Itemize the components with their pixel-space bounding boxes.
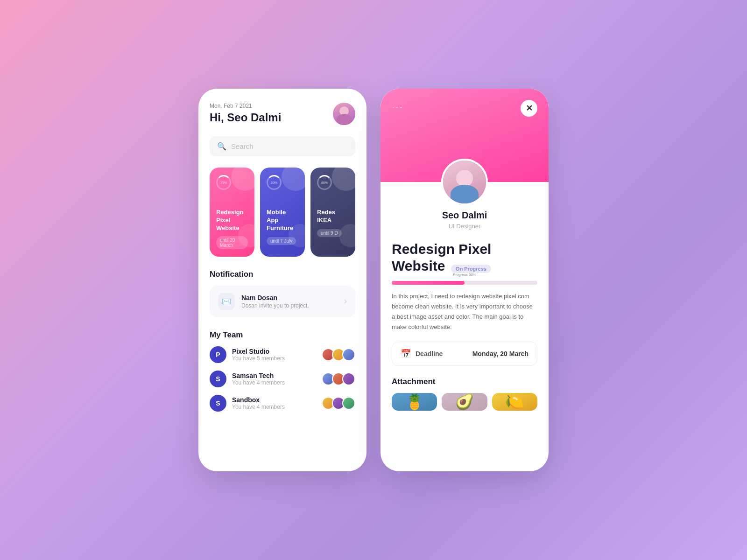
- team-icon-3: S: [210, 395, 226, 412]
- project-card-3[interactable]: 80% Redes IKEA until 9 D: [310, 168, 355, 257]
- card-progress-circle: 80%: [317, 175, 332, 190]
- calendar-icon: 📅: [401, 349, 411, 359]
- card-blob: [231, 168, 254, 191]
- card-blob: [282, 168, 305, 191]
- notification-card[interactable]: ✉️ Nam Dosan Dosan invite you to project…: [210, 286, 355, 317]
- chevron-right-icon: ›: [344, 296, 347, 306]
- right-phone: ··· ✕ Seo Dalmi UI Designer Redesign Pix…: [381, 89, 549, 471]
- project-description: In this project, I need to redesign webs…: [392, 291, 537, 332]
- phones-container: Mon, Feb 7 2021 Hi, Seo Dalmi 🔍 Search 7…: [198, 89, 549, 471]
- project-title-section: Redesign Pixel Website On Progress: [392, 241, 537, 274]
- mail-icon: ✉️: [222, 297, 231, 306]
- menu-dots-icon[interactable]: ···: [392, 102, 404, 112]
- team-info-2: Samsan Tech You have 4 members: [232, 372, 319, 386]
- progress-bar-fill: [392, 281, 465, 285]
- profile-avatar-image: [443, 161, 486, 203]
- team-icon-1: P: [210, 346, 226, 363]
- profile-name: Seo Dalmi: [392, 210, 537, 221]
- card-blob2: [339, 224, 355, 247]
- notification-sender: Nam Dosan: [241, 294, 338, 301]
- team-item-3[interactable]: S Sandbox You have 4 members: [210, 395, 355, 412]
- team-name-1: Pixel Studio: [232, 348, 319, 355]
- attachment-image-1[interactable]: 🍍: [392, 393, 437, 411]
- attachment-title: Attachment: [392, 377, 537, 386]
- right-phone-header: ··· ✕: [381, 89, 549, 182]
- team-list: P Pixel Studio You have 5 members S Sams…: [210, 346, 355, 412]
- deadline-label: Deadline: [416, 350, 443, 357]
- team-icon-2: S: [210, 371, 226, 387]
- profile-name-section: Seo Dalmi UI Designer: [392, 210, 537, 230]
- team-avatar: [342, 372, 355, 385]
- profile-role: UI Designer: [392, 223, 537, 230]
- project-card-2[interactable]: 20% Mobile App Furniture until 7 July: [260, 168, 305, 257]
- team-count-2: You have 4 members: [232, 379, 319, 386]
- card-deadline-3: until 9 D: [317, 229, 342, 237]
- progress-label: Progress 50%: [453, 273, 476, 277]
- notification-description: Dosan invite you to project.: [241, 302, 338, 309]
- notification-section-title: Notification: [210, 270, 355, 279]
- date-text: Mon, Feb 7 2021: [210, 103, 281, 109]
- deadline-date: Monday, 20 March: [472, 350, 529, 357]
- deadline-box: 📅 Deadline Monday, 20 March: [392, 342, 537, 366]
- greeting-text: Hi, Seo Dalmi: [210, 111, 281, 124]
- deadline-left: 📅 Deadline: [401, 349, 443, 359]
- card-title-3: Redes IKEA: [317, 209, 349, 224]
- team-name-2: Samsan Tech: [232, 372, 319, 379]
- left-phone: Mon, Feb 7 2021 Hi, Seo Dalmi 🔍 Search 7…: [198, 89, 366, 471]
- attachment-image-3[interactable]: 🍋: [492, 393, 537, 411]
- avocado-icon: 🥑: [455, 393, 474, 411]
- project-cards: 75% Redesign Pixel Website until 20 Marc…: [210, 168, 355, 257]
- card-progress-circle: 75%: [216, 175, 231, 190]
- profile-avatar: [441, 159, 488, 205]
- team-info-3: Sandbox You have 4 members: [232, 396, 319, 410]
- card-blob: [332, 168, 355, 191]
- team-item-2[interactable]: S Samsan Tech You have 4 members: [210, 371, 355, 387]
- team-avatar: [342, 348, 355, 361]
- attachment-images: 🍍 🥑 🍋: [392, 393, 537, 411]
- project-card-1[interactable]: 75% Redesign Pixel Website until 20 Marc…: [210, 168, 254, 257]
- team-count-3: You have 4 members: [232, 404, 319, 410]
- team-avatar: [342, 397, 355, 410]
- notification-icon-wrap: ✉️: [218, 293, 235, 310]
- search-bar[interactable]: 🔍 Search: [210, 136, 355, 156]
- close-button[interactable]: ✕: [521, 100, 537, 117]
- phone-header: Mon, Feb 7 2021 Hi, Seo Dalmi: [210, 103, 355, 125]
- date-greeting: Mon, Feb 7 2021 Hi, Seo Dalmi: [210, 103, 281, 124]
- notification-content: Nam Dosan Dosan invite you to project.: [241, 294, 338, 309]
- search-input[interactable]: Search: [231, 142, 254, 150]
- team-avatars-1: [324, 348, 355, 361]
- team-item-1[interactable]: P Pixel Studio You have 5 members: [210, 346, 355, 363]
- lemon-icon: 🍋: [505, 393, 524, 411]
- right-phone-body: Seo Dalmi UI Designer Redesign Pixel Web…: [381, 182, 549, 425]
- avatar[interactable]: [333, 103, 355, 125]
- progress-bar-wrap: Progress 50%: [392, 281, 537, 285]
- team-info-1: Pixel Studio You have 5 members: [232, 348, 319, 362]
- team-section-title: My Team: [210, 330, 355, 340]
- on-progress-badge: On Progress: [451, 265, 491, 273]
- attachment-image-2[interactable]: 🥑: [442, 393, 487, 411]
- team-avatars-3: [324, 397, 355, 410]
- team-name-3: Sandbox: [232, 396, 319, 404]
- team-count-1: You have 5 members: [232, 355, 319, 362]
- pineapple-icon: 🍍: [405, 393, 424, 411]
- team-avatars-2: [324, 372, 355, 385]
- card-progress-circle: 20%: [267, 175, 282, 190]
- search-icon: 🔍: [217, 142, 226, 151]
